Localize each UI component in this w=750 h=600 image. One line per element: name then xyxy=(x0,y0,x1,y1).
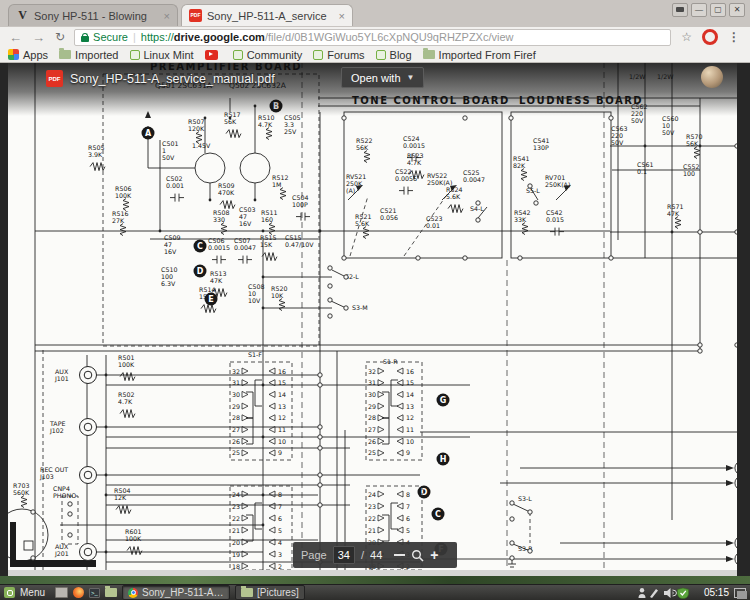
tab-close-icon[interactable]: × xyxy=(164,10,170,22)
svg-text:4: 4 xyxy=(278,539,282,546)
svg-text:10: 10 xyxy=(278,438,286,445)
svg-text:4.7K: 4.7K xyxy=(118,398,133,405)
svg-text:3.9K: 3.9K xyxy=(88,151,103,158)
zoom-in-button[interactable]: + xyxy=(430,547,438,563)
bookmark-apps[interactable]: Apps xyxy=(8,49,48,61)
svg-text:13: 13 xyxy=(278,403,286,410)
page-separator: / xyxy=(361,549,364,561)
open-with-button[interactable]: Open with ▼ xyxy=(341,67,424,88)
svg-text:5: 5 xyxy=(406,527,410,534)
menu-button[interactable]: Menu xyxy=(20,587,45,598)
terminal-icon[interactable]: >_ xyxy=(89,588,100,598)
svg-text:21: 21 xyxy=(232,527,240,534)
svg-text:9: 9 xyxy=(406,449,410,456)
svg-text:J103: J103 xyxy=(39,473,54,481)
workspace-switcher-icon[interactable] xyxy=(734,588,746,598)
taskbar-window-pictures[interactable]: [Pictures] xyxy=(235,585,305,600)
chrome-icon xyxy=(128,588,138,598)
reload-button[interactable]: ↻ xyxy=(55,30,65,44)
svg-text:0.0056: 0.0056 xyxy=(395,175,417,182)
bookmark-linux-mint[interactable]: Linux Mint xyxy=(130,49,194,61)
address-bar[interactable]: Secure | https://drive.google.com/file/d… xyxy=(74,29,671,46)
file-manager-icon[interactable] xyxy=(105,588,117,597)
tab-sony-hp511-forum[interactable]: V Sony HP-511 - Blowing × xyxy=(8,4,178,26)
user-icon xyxy=(638,588,645,598)
bookmark-youtube[interactable] xyxy=(205,50,222,60)
browser-menu-icon[interactable]: ⋮ xyxy=(728,30,740,44)
tab-service-manual-pdf[interactable]: PDF Sony_HP-511-A_service × xyxy=(181,4,353,26)
svg-text:22: 22 xyxy=(368,515,376,522)
bookmark-imported-from-firefox[interactable]: Imported From Firef xyxy=(423,49,536,61)
svg-text:560K: 560K xyxy=(13,489,30,496)
maximize-button[interactable]: ▢ xyxy=(710,3,726,17)
tab-close-icon[interactable]: × xyxy=(339,10,345,22)
svg-text:30: 30 xyxy=(232,391,240,398)
bookmark-community[interactable]: Community xyxy=(233,49,303,61)
avatar[interactable] xyxy=(701,66,723,88)
svg-text:PHONO: PHONO xyxy=(53,492,76,499)
desktop-wallpaper-strip xyxy=(0,576,750,584)
svg-text:3: 3 xyxy=(278,551,282,558)
svg-text:160: 160 xyxy=(261,216,273,223)
minimize-button[interactable]: — xyxy=(691,3,707,17)
svg-text:C: C xyxy=(435,510,441,519)
forward-button[interactable]: → xyxy=(32,30,45,45)
svg-text:12K: 12K xyxy=(114,494,127,501)
taskbar-window-pdf[interactable]: Sony_HP-511-A_serv... xyxy=(122,585,230,600)
clock[interactable]: 05:15 xyxy=(704,587,729,598)
svg-text:12: 12 xyxy=(406,414,414,421)
svg-text:31: 31 xyxy=(368,379,376,386)
zoom-out-button[interactable] xyxy=(394,554,405,556)
bookmarks-bar: Apps Imported Linux Mint Community Forum… xyxy=(0,47,750,63)
svg-text:19: 19 xyxy=(232,551,240,558)
svg-text:5.6K: 5.6K xyxy=(355,220,370,227)
svg-text:21: 21 xyxy=(368,527,376,534)
svg-text:0.0047: 0.0047 xyxy=(463,176,485,183)
svg-text:0.0047: 0.0047 xyxy=(234,244,256,251)
svg-text:22: 22 xyxy=(232,515,240,522)
svg-text:56K: 56K xyxy=(686,140,699,147)
svg-text:24: 24 xyxy=(368,491,376,498)
svg-text:11: 11 xyxy=(406,426,414,433)
svg-text:50V: 50V xyxy=(162,154,175,161)
svg-text:8: 8 xyxy=(406,491,410,498)
url-scheme: https:// xyxy=(141,31,174,43)
svg-text:1M: 1M xyxy=(272,181,281,188)
secure-label: Secure xyxy=(93,31,128,43)
system-tray: 05:15 xyxy=(637,587,746,599)
svg-text:24: 24 xyxy=(232,491,240,498)
svg-text:0.001: 0.001 xyxy=(166,182,184,189)
svg-text:29: 29 xyxy=(368,403,376,410)
svg-text:100K: 100K xyxy=(118,361,135,368)
vinylengine-favicon: V xyxy=(16,9,29,22)
back-button[interactable]: ← xyxy=(9,30,22,45)
extension-icon[interactable] xyxy=(702,29,718,45)
page-label: Page xyxy=(301,549,327,561)
keyboard-button[interactable] xyxy=(672,3,688,17)
svg-text:10K: 10K xyxy=(271,292,284,299)
svg-text:100: 100 xyxy=(683,170,695,177)
tray-icons[interactable] xyxy=(637,587,699,599)
svg-text:27: 27 xyxy=(368,426,376,433)
svg-text:130P: 130P xyxy=(533,144,549,151)
svg-text:S5-L: S5-L xyxy=(526,187,540,194)
url-path: /file/d/0B1WGiWuo5YL6cXpNQU9qRHZPZXc/vie… xyxy=(265,31,514,43)
svg-text:100P: 100P xyxy=(292,201,308,208)
bookmark-forums[interactable]: Forums xyxy=(313,49,364,61)
svg-text:15K: 15K xyxy=(260,241,273,248)
svg-text:27K: 27K xyxy=(112,217,125,224)
show-desktop-icon[interactable] xyxy=(55,587,68,598)
svg-text:25: 25 xyxy=(368,449,376,456)
mint-menu-icon[interactable] xyxy=(4,587,15,598)
bookmark-star-icon[interactable]: ☆ xyxy=(681,30,692,44)
svg-text:16: 16 xyxy=(278,368,286,375)
svg-text:18: 18 xyxy=(232,563,240,570)
bookmark-imported[interactable]: Imported xyxy=(59,49,118,61)
bookmark-blog[interactable]: Blog xyxy=(376,49,412,61)
browser-toolbar: ← → ↻ Secure | https://drive.google.com/… xyxy=(0,27,750,47)
page-number-input[interactable]: 34 xyxy=(333,546,355,564)
svg-text:0.0015: 0.0015 xyxy=(403,142,425,149)
magnifier-icon[interactable] xyxy=(411,549,424,562)
close-button[interactable]: ✕ xyxy=(729,3,745,17)
firefox-icon[interactable] xyxy=(73,587,84,598)
